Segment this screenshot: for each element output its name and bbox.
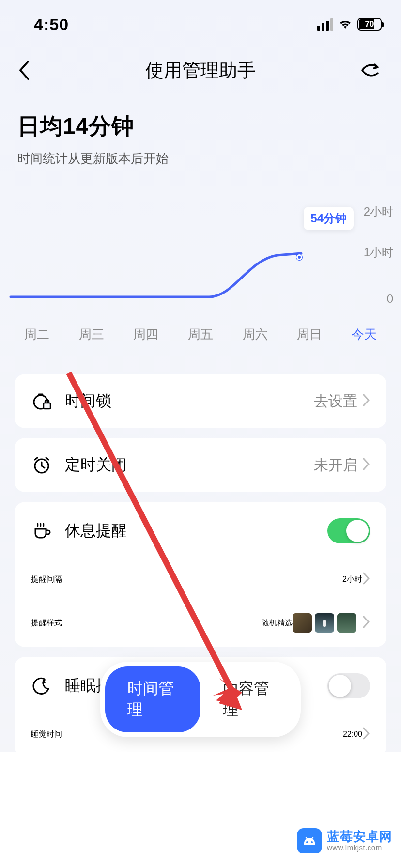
chart-ylabel-2: 2小时: [364, 204, 393, 219]
alarm-clock-icon: [31, 455, 52, 475]
chart-ylabel-0: 0: [387, 292, 393, 306]
reminder-style-row[interactable]: 提醒样式 随机精选: [15, 602, 386, 647]
rest-reminder-card: 休息提醒 提醒间隔 2小时 提醒样式 随机精选: [15, 502, 386, 647]
share-button[interactable]: [355, 61, 384, 80]
chevron-right-icon: [362, 727, 370, 742]
day-thu[interactable]: 周四: [119, 326, 173, 343]
summary-subtitle: 时间统计从更新版本后开始: [17, 150, 384, 167]
day-sat[interactable]: 周六: [228, 326, 282, 343]
bottom-tabs: 时间管理 内容管理: [100, 662, 301, 737]
day-today[interactable]: 今天: [337, 326, 391, 343]
thumb-3: [337, 613, 356, 633]
svg-point-9: [311, 841, 313, 843]
usage-chart: 2小时 1小时 0 54分钟: [6, 211, 384, 312]
time-lock-value: 去设置: [314, 391, 357, 411]
watermark-title: 蓝莓安卓网: [327, 830, 392, 844]
reminder-interval-label: 提醒间隔: [31, 574, 342, 585]
stopwatch-lock-icon: [31, 391, 52, 411]
timer-off-value: 未开启: [314, 455, 357, 475]
day-wed[interactable]: 周三: [64, 326, 119, 343]
reminder-interval-value: 2小时: [342, 574, 362, 585]
timer-off-label: 定时关闭: [65, 454, 314, 476]
svg-text:z: z: [43, 679, 46, 684]
chart-line: [6, 212, 316, 299]
nav-header: 使用管理助手: [0, 44, 401, 97]
page-title: 使用管理助手: [145, 58, 256, 83]
reminder-interval-row[interactable]: 提醒间隔 2小时: [15, 560, 386, 602]
rest-reminder-toggle[interactable]: [327, 518, 370, 543]
svg-line-11: [312, 837, 313, 839]
rest-reminder-label: 休息提醒: [65, 520, 327, 542]
chart-point-today: [296, 254, 302, 260]
watermark: 蓝莓安卓网 www.lmkjst.com: [297, 828, 392, 853]
day-fri[interactable]: 周五: [173, 326, 228, 343]
reminder-style-value: 随机精选: [262, 618, 293, 628]
chart-tooltip: 54分钟: [304, 207, 354, 230]
timer-off-card[interactable]: 定时关闭 未开启: [15, 438, 386, 492]
thumb-2: [315, 613, 334, 633]
summary-section: 日均14分钟 时间统计从更新版本后开始: [0, 97, 401, 167]
watermark-badge-icon: [297, 828, 322, 853]
sleep-time-value: 22:00: [343, 730, 362, 739]
chevron-right-icon: [362, 572, 370, 587]
day-sun[interactable]: 周日: [282, 326, 337, 343]
status-time: 4:50: [19, 15, 69, 34]
day-tue[interactable]: 周二: [10, 326, 64, 343]
thumb-1: [293, 613, 312, 633]
cup-icon: [31, 521, 52, 541]
status-icons: 70: [317, 18, 382, 31]
battery-icon: 70: [357, 18, 382, 31]
chevron-right-icon: [362, 457, 370, 473]
watermark-url: www.lmkjst.com: [327, 844, 392, 852]
chevron-right-icon: [362, 393, 370, 409]
style-thumbnails: [293, 613, 356, 633]
status-bar: 4:50 70: [0, 0, 401, 44]
reminder-style-label: 提醒样式: [31, 618, 262, 628]
back-button[interactable]: [17, 60, 46, 81]
wifi-icon: [338, 18, 353, 30]
svg-rect-1: [44, 403, 50, 409]
chart-ylabel-1: 1小时: [364, 245, 393, 260]
chevron-right-icon: [362, 615, 370, 631]
cellular-icon: [317, 18, 333, 31]
chart-days: 周二 周三 周四 周五 周六 周日 今天: [0, 312, 401, 343]
sleep-reminder-toggle[interactable]: [327, 673, 370, 698]
time-lock-label: 时间锁: [65, 390, 314, 412]
svg-point-8: [306, 841, 308, 843]
svg-line-10: [306, 837, 307, 839]
tab-time-management[interactable]: 时间管理: [105, 666, 200, 732]
tab-content-management[interactable]: 内容管理: [200, 666, 296, 732]
moon-icon: z: [31, 676, 52, 696]
time-lock-card[interactable]: 时间锁 去设置: [15, 374, 386, 428]
summary-title: 日均14分钟: [17, 111, 384, 141]
